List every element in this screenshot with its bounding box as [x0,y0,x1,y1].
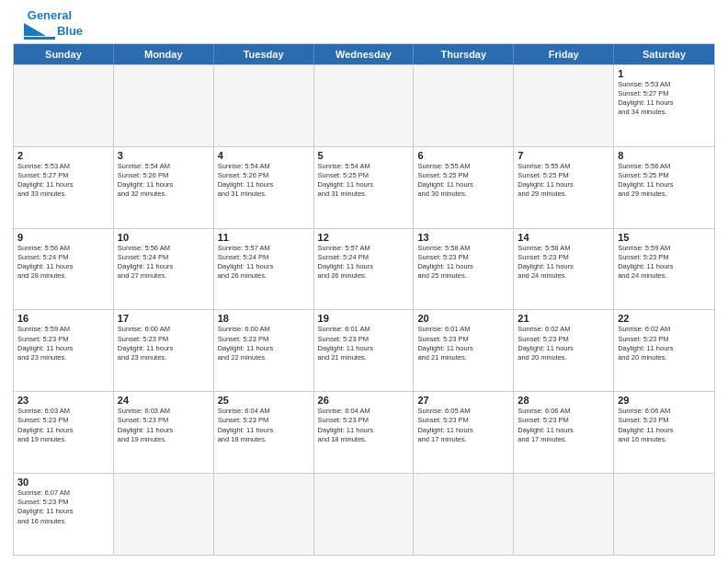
day-cell-15: 15Sunrise: 5:59 AM Sunset: 5:23 PM Dayli… [614,229,714,310]
day-info: Sunrise: 5:58 AM Sunset: 5:23 PM Dayligh… [518,244,573,280]
day-number: 29 [618,395,711,406]
day-cell-16: 16Sunrise: 5:59 AM Sunset: 5:23 PM Dayli… [14,310,114,391]
day-info: Sunrise: 5:59 AM Sunset: 5:23 PM Dayligh… [17,325,73,361]
day-cell-8: 8Sunrise: 5:56 AM Sunset: 5:25 PM Daylig… [614,147,714,228]
empty-cell [414,65,514,146]
day-info: Sunrise: 5:54 AM Sunset: 5:26 PM Dayligh… [118,162,173,198]
day-info: Sunrise: 6:04 AM Sunset: 5:23 PM Dayligh… [218,407,273,442]
week-row-4: 16Sunrise: 5:59 AM Sunset: 5:23 PM Dayli… [14,309,714,391]
day-info: Sunrise: 5:53 AM Sunset: 5:27 PM Dayligh… [17,162,73,198]
svg-marker-0 [24,23,46,36]
calendar: SundayMondayTuesdayWednesdayThursdayFrid… [13,43,715,556]
week-row-2: 2Sunrise: 5:53 AM Sunset: 5:27 PM Daylig… [14,146,714,228]
day-cell-27: 27Sunrise: 6:05 AM Sunset: 5:23 PM Dayli… [414,392,514,473]
day-info: Sunrise: 6:06 AM Sunset: 5:23 PM Dayligh… [518,407,573,442]
empty-cell [614,474,714,555]
day-number: 28 [518,395,609,406]
day-number: 23 [17,395,109,406]
day-cell-9: 9Sunrise: 5:56 AM Sunset: 5:24 PM Daylig… [14,229,114,310]
empty-cell [114,65,214,146]
day-number: 17 [118,313,210,324]
calendar-header: SundayMondayTuesdayWednesdayThursdayFrid… [14,44,714,64]
day-cell-25: 25Sunrise: 6:04 AM Sunset: 5:23 PM Dayli… [214,392,314,473]
day-cell-7: 7Sunrise: 5:55 AM Sunset: 5:25 PM Daylig… [514,147,614,228]
day-cell-30: 30Sunrise: 6:07 AM Sunset: 5:23 PM Dayli… [14,474,114,555]
day-info: Sunrise: 6:01 AM Sunset: 5:23 PM Dayligh… [318,325,373,361]
col-header-wednesday: Wednesday [314,44,415,64]
col-header-friday: Friday [514,44,614,64]
day-number: 3 [118,150,210,161]
day-cell-21: 21Sunrise: 6:02 AM Sunset: 5:23 PM Dayli… [514,310,614,391]
day-number: 4 [218,150,310,161]
day-info: Sunrise: 5:59 AM Sunset: 5:23 PM Dayligh… [618,244,673,280]
day-number: 1 [618,68,711,79]
day-cell-24: 24Sunrise: 6:03 AM Sunset: 5:23 PM Dayli… [114,392,214,473]
day-info: Sunrise: 5:55 AM Sunset: 5:25 PM Dayligh… [518,162,573,198]
day-info: Sunrise: 5:54 AM Sunset: 5:25 PM Dayligh… [318,162,373,198]
calendar-body: 1Sunrise: 5:53 AM Sunset: 5:27 PM Daylig… [14,64,714,555]
empty-cell [14,65,114,146]
day-number: 9 [17,232,109,243]
day-cell-10: 10Sunrise: 5:56 AM Sunset: 5:24 PM Dayli… [114,229,214,310]
day-info: Sunrise: 5:56 AM Sunset: 5:24 PM Dayligh… [17,244,73,280]
day-cell-29: 29Sunrise: 6:06 AM Sunset: 5:23 PM Dayli… [614,392,714,473]
day-number: 22 [618,313,711,324]
day-number: 11 [218,232,310,243]
day-info: Sunrise: 5:53 AM Sunset: 5:27 PM Dayligh… [618,80,673,116]
week-row-3: 9Sunrise: 5:56 AM Sunset: 5:24 PM Daylig… [14,228,714,310]
day-info: Sunrise: 5:57 AM Sunset: 5:24 PM Dayligh… [318,244,373,280]
empty-cell [214,474,314,555]
col-header-saturday: Saturday [614,44,714,64]
day-info: Sunrise: 6:03 AM Sunset: 5:23 PM Dayligh… [17,407,73,442]
day-info: Sunrise: 6:06 AM Sunset: 5:23 PM Dayligh… [618,407,673,442]
empty-cell [114,474,214,555]
day-number: 26 [318,395,410,406]
day-cell-12: 12Sunrise: 5:57 AM Sunset: 5:24 PM Dayli… [314,229,415,310]
day-number: 2 [17,150,109,161]
day-number: 16 [17,313,109,324]
col-header-tuesday: Tuesday [214,44,314,64]
empty-cell [414,474,514,555]
logo-blue: Blue [57,24,83,38]
day-cell-23: 23Sunrise: 6:03 AM Sunset: 5:23 PM Dayli… [14,392,114,473]
day-info: Sunrise: 5:57 AM Sunset: 5:24 PM Dayligh… [218,244,273,280]
day-info: Sunrise: 6:00 AM Sunset: 5:23 PM Dayligh… [118,325,173,361]
day-cell-14: 14Sunrise: 5:58 AM Sunset: 5:23 PM Dayli… [514,229,614,310]
day-info: Sunrise: 5:55 AM Sunset: 5:25 PM Dayligh… [417,162,472,198]
day-number: 6 [417,150,509,161]
day-cell-5: 5Sunrise: 5:54 AM Sunset: 5:25 PM Daylig… [314,147,415,228]
day-number: 24 [118,395,210,406]
empty-cell [514,65,614,146]
col-header-thursday: Thursday [414,44,514,64]
day-info: Sunrise: 5:56 AM Sunset: 5:24 PM Dayligh… [118,244,173,280]
col-header-sunday: Sunday [14,44,114,64]
week-row-6: 30Sunrise: 6:07 AM Sunset: 5:23 PM Dayli… [14,473,714,555]
day-info: Sunrise: 6:07 AM Sunset: 5:23 PM Dayligh… [17,488,73,524]
day-cell-11: 11Sunrise: 5:57 AM Sunset: 5:24 PM Dayli… [214,229,314,310]
day-info: Sunrise: 5:54 AM Sunset: 5:26 PM Dayligh… [218,162,273,198]
day-info: Sunrise: 6:03 AM Sunset: 5:23 PM Dayligh… [118,407,173,442]
day-number: 10 [118,232,210,243]
day-info: Sunrise: 6:05 AM Sunset: 5:23 PM Dayligh… [417,407,472,442]
day-info: Sunrise: 5:56 AM Sunset: 5:25 PM Dayligh… [618,162,673,198]
page: General Blue SundayMondayTuesdayWednesda… [0,0,728,563]
empty-cell [314,474,415,555]
day-number: 13 [417,232,509,243]
day-cell-18: 18Sunrise: 6:00 AM Sunset: 5:23 PM Dayli… [214,310,314,391]
empty-cell [214,65,314,146]
day-cell-13: 13Sunrise: 5:58 AM Sunset: 5:23 PM Dayli… [414,229,514,310]
day-cell-1: 1Sunrise: 5:53 AM Sunset: 5:27 PM Daylig… [614,65,714,146]
day-number: 8 [618,150,711,161]
day-info: Sunrise: 6:02 AM Sunset: 5:23 PM Dayligh… [518,325,573,361]
day-number: 20 [417,313,509,324]
day-info: Sunrise: 6:00 AM Sunset: 5:23 PM Dayligh… [218,325,273,361]
day-number: 18 [218,313,310,324]
day-cell-17: 17Sunrise: 6:00 AM Sunset: 5:23 PM Dayli… [114,310,214,391]
day-number: 12 [318,232,410,243]
logo: General Blue [13,9,86,40]
day-info: Sunrise: 6:01 AM Sunset: 5:23 PM Dayligh… [417,325,472,361]
day-number: 5 [318,150,410,161]
logo-icon [17,19,63,40]
day-number: 25 [218,395,310,406]
col-header-monday: Monday [114,44,214,64]
